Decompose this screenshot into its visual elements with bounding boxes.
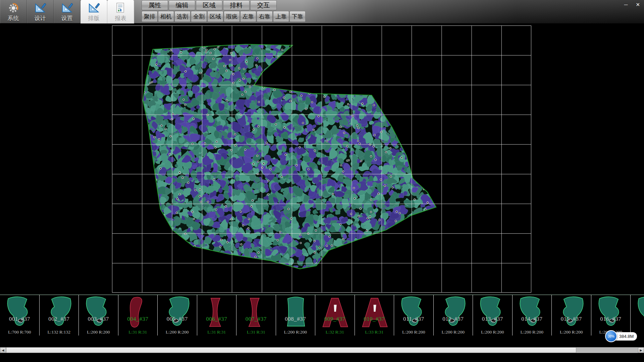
thumbnail-cell[interactable]: 005_#37L:200 R:200 bbox=[158, 295, 197, 336]
scroll-right-arrow[interactable]: ▶ bbox=[638, 347, 644, 353]
tool-item-5[interactable]: 区域 bbox=[207, 11, 223, 22]
nesting-canvas[interactable] bbox=[0, 23, 644, 295]
piece-thumbnail bbox=[160, 296, 194, 331]
window-controls: ─ ✕ bbox=[623, 1, 641, 8]
piece-thumbnail bbox=[358, 296, 391, 331]
piece-thumbnail bbox=[42, 296, 76, 331]
piece-count-label: L:31 R:31 bbox=[236, 329, 276, 335]
menu-item-2[interactable]: 编辑 bbox=[169, 0, 195, 10]
piece-count-label: L:31 R:31 bbox=[197, 329, 236, 335]
piece-thumbnail bbox=[200, 296, 233, 331]
piece-id: 016_#37 bbox=[591, 316, 631, 322]
piece-thumbnail bbox=[318, 296, 352, 331]
titlebar: 系统设计设置排版报表 属性编辑区域排料交互 聚排相机选割全割区域瑕疵左靠右靠上靠… bbox=[0, 0, 644, 23]
app-button-label: 设置 bbox=[61, 15, 73, 21]
tool-item-6[interactable]: 瑕疵 bbox=[224, 11, 240, 22]
workspace bbox=[0, 23, 644, 295]
thumbnail-cell[interactable]: 013_#37L:200 R:200 bbox=[473, 295, 513, 336]
app-button-1[interactable]: 系统 bbox=[0, 0, 27, 23]
set-square-icon bbox=[61, 2, 73, 14]
piece-count-label: L:31 R:31 bbox=[118, 329, 158, 335]
tool-item-9[interactable]: 上靠 bbox=[273, 11, 289, 22]
piece-thumbnail bbox=[554, 296, 588, 331]
app-button-4[interactable]: 排版 bbox=[80, 0, 107, 23]
menu-item-5[interactable]: 交互 bbox=[250, 0, 277, 10]
piece-id: 001_#37 bbox=[0, 316, 39, 322]
piece-id: 003_#37 bbox=[79, 316, 118, 322]
piece-count-label: L:200 R:200 bbox=[158, 329, 197, 335]
tool-item-4[interactable]: 全割 bbox=[191, 11, 207, 22]
tool-item-10[interactable]: 下靠 bbox=[289, 11, 306, 22]
piece-id: 002_#37 bbox=[40, 316, 79, 322]
menu-bar: 属性编辑区域排料交互 聚排相机选割全割区域瑕疵左靠右靠上靠下靠 bbox=[142, 0, 306, 22]
piece-count-label: L:200 R:200 bbox=[434, 329, 473, 335]
set-square-icon bbox=[88, 2, 100, 14]
piece-id: 005_#37 bbox=[158, 316, 197, 322]
piece-id: 010_#37 bbox=[355, 316, 394, 322]
piece-count-label: L:200 R:200 bbox=[276, 329, 315, 335]
tool-item-8[interactable]: 右靠 bbox=[257, 11, 273, 22]
progress-value: 38% bbox=[608, 335, 614, 338]
scroll-left-arrow[interactable]: ◀ bbox=[0, 347, 6, 353]
app-button-label: 报表 bbox=[115, 15, 126, 21]
thumbnail-cell[interactable]: 007_#37L:31 R:31 bbox=[236, 295, 276, 336]
minimize-button[interactable]: ─ bbox=[623, 1, 629, 8]
piece-count-label: L:200 R:200 bbox=[552, 329, 591, 335]
piece-count-label: L:700 R:700 bbox=[0, 329, 39, 335]
tool-item-3[interactable]: 选割 bbox=[174, 11, 191, 22]
menu-row-1: 属性编辑区域排料交互 bbox=[142, 0, 306, 10]
piece-id: 008_#37 bbox=[276, 316, 315, 322]
piece-count-label: L:33 R:31 bbox=[355, 329, 394, 335]
piece-thumbnail bbox=[121, 296, 155, 331]
set-square-icon bbox=[34, 2, 46, 14]
tool-item-7[interactable]: 左靠 bbox=[240, 11, 256, 22]
app-button-5[interactable]: 报表 bbox=[107, 0, 134, 23]
app-button-2[interactable]: 设计 bbox=[27, 0, 54, 23]
thumbnail-cell[interactable]: 009_#37L:32 R:31 bbox=[315, 295, 355, 336]
thumbnail-strip: 001_#37L:700 R:700002_#37L:132 R:132003_… bbox=[0, 295, 644, 336]
thumbnail-cell[interactable]: 001_#37L:700 R:700 bbox=[0, 295, 40, 336]
scrollbar-thumb[interactable] bbox=[6, 347, 576, 353]
thumbnail-cell[interactable]: 006_#37L:31 R:31 bbox=[197, 295, 237, 336]
piece-thumbnail bbox=[397, 296, 430, 331]
menu-row-2: 聚排相机选割全割区域瑕疵左靠右靠上靠下靠 bbox=[142, 11, 306, 22]
tool-item-2[interactable]: 相机 bbox=[158, 11, 174, 22]
menu-item-3[interactable]: 区域 bbox=[196, 0, 222, 10]
app-button-label: 系统 bbox=[8, 15, 19, 21]
thumbnail-cell[interactable]: 015_#37L:200 R:200 bbox=[552, 295, 591, 336]
thumbnail-cell[interactable]: 010_#37L:33 R:31 bbox=[355, 295, 394, 336]
menu-item-4[interactable]: 排料 bbox=[223, 0, 250, 10]
piece-id: 007_#37 bbox=[236, 316, 276, 322]
scrollbar-track[interactable] bbox=[576, 347, 638, 353]
piece-thumbnail bbox=[279, 296, 312, 331]
piece-id: 009_#37 bbox=[315, 316, 355, 322]
app-nav: 系统设计设置排版报表 bbox=[0, 0, 134, 23]
horizontal-scrollbar[interactable]: ◀ ▶ bbox=[0, 347, 644, 353]
progress-badge: 38% bbox=[605, 330, 617, 342]
thumbnail-cell[interactable]: 016_#37L:200 R:200 bbox=[591, 295, 631, 336]
close-button[interactable]: ✕ bbox=[634, 1, 641, 8]
piece-thumbnail bbox=[82, 296, 115, 331]
thumbnail-cell[interactable]: 012_#37L:200 R:200 bbox=[434, 295, 473, 336]
report-icon bbox=[115, 2, 126, 14]
menu-item-1[interactable]: 属性 bbox=[142, 0, 168, 10]
piece-id: 013_#37 bbox=[473, 316, 512, 322]
thumbnail-cell[interactable]: 003_#37L:200 R:200 bbox=[79, 295, 118, 336]
thumbnail-cell[interactable]: 014_#37L:200 R:200 bbox=[513, 295, 552, 336]
tool-item-1[interactable]: 聚排 bbox=[142, 11, 158, 22]
thumbnail-cell[interactable]: 008_#37L:200 R:200 bbox=[276, 295, 316, 336]
piece-count-label: L:200 R:200 bbox=[394, 329, 433, 335]
piece-count-label: L:200 R:200 bbox=[513, 329, 552, 335]
thumbnail-cell[interactable] bbox=[631, 295, 644, 336]
app-button-3[interactable]: 设置 bbox=[54, 0, 80, 23]
piece-id: 006_#37 bbox=[197, 316, 236, 322]
thumbnail-cell[interactable]: 004_#37L:31 R:31 bbox=[118, 295, 158, 336]
thumbnail-cell[interactable]: 002_#37L:132 R:132 bbox=[40, 295, 79, 336]
piece-id: 011_#37 bbox=[394, 316, 433, 322]
app-button-label: 设计 bbox=[35, 15, 46, 21]
thumbnail-cell[interactable]: 011_#37L:200 R:200 bbox=[394, 295, 434, 336]
piece-id: 014_#37 bbox=[513, 316, 552, 322]
piece-thumbnail bbox=[633, 296, 644, 331]
piece-id: 004_#37 bbox=[118, 316, 158, 322]
piece-thumbnail bbox=[594, 296, 628, 331]
